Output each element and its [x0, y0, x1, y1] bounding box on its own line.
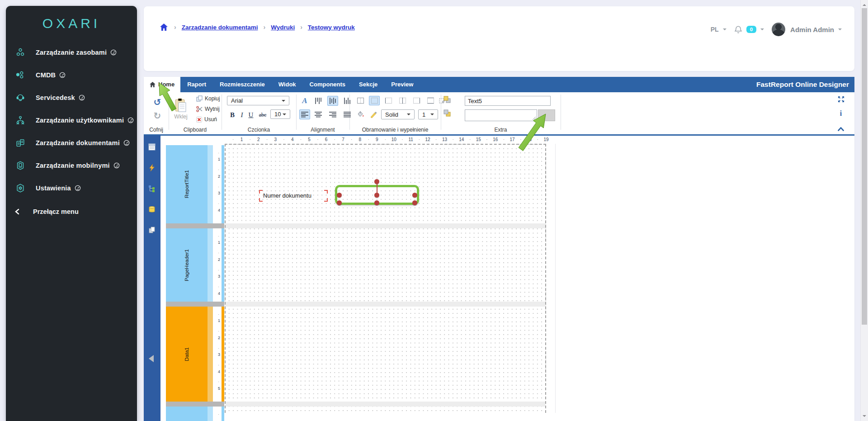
scroll-down-arrow[interactable] — [863, 415, 866, 419]
band-PageHeader1[interactable]: PageHeader1·1·2·3·4 — [166, 228, 224, 302]
tab-components[interactable]: Components — [303, 77, 352, 92]
resize-handle[interactable] — [374, 200, 379, 205]
notification-bell-icon[interactable] — [734, 25, 742, 34]
bring-to-front-button[interactable] — [443, 95, 452, 104]
align-center-button[interactable] — [313, 109, 324, 119]
report-page[interactable] — [225, 144, 546, 413]
collapse-ribbon-button[interactable] — [836, 125, 845, 133]
band-header[interactable]: Data1 — [166, 307, 208, 402]
selected-object-text5[interactable] — [335, 185, 419, 205]
strikethrough-button[interactable]: abc — [256, 109, 269, 120]
tab-sekcje[interactable]: Sekcje — [352, 77, 384, 92]
band-separator[interactable] — [166, 223, 224, 228]
valign-center-button[interactable] — [327, 96, 338, 106]
band-Data1[interactable]: Data1·1·2·3·4·5 — [166, 307, 224, 402]
border-none-button[interactable] — [369, 96, 380, 105]
sidebar-item-documents[interactable]: Zarządzanie dokumentami — [6, 132, 137, 154]
font-color-button[interactable]: A — [299, 96, 310, 106]
chevron-right-icon: › — [300, 24, 302, 31]
line-color-button[interactable] — [368, 109, 379, 119]
border-all-button[interactable] — [355, 96, 366, 105]
band-edge-strip — [222, 407, 224, 421]
cut-button[interactable]: Wytnij — [196, 106, 220, 112]
band-ReportTitle1[interactable]: ReportTitle1·1·2·3·4 — [166, 145, 224, 223]
scroll-up-arrow[interactable] — [863, 2, 866, 6]
language-selector[interactable]: PL — [711, 26, 719, 33]
home-icon[interactable] — [160, 24, 168, 31]
breadcrumb-link[interactable]: Wydruki — [271, 24, 295, 31]
border-style-select[interactable]: Solid — [381, 109, 415, 119]
breadcrumb-link[interactable]: Testowy wydruk — [308, 24, 355, 31]
tab-widok[interactable]: Widok — [272, 77, 303, 92]
sidebar-item-settings[interactable]: Ustawienia — [6, 177, 137, 199]
border-left-button[interactable] — [383, 96, 394, 105]
tab-raport[interactable]: Raport — [180, 77, 213, 92]
copy-button[interactable]: Kopiuj — [196, 95, 220, 102]
data-source-icon[interactable] — [148, 205, 156, 213]
scrollbar-thumb[interactable] — [862, 8, 867, 325]
band-ruler-tick-label: 5 — [214, 386, 220, 391]
tab-preview[interactable]: Preview — [384, 77, 420, 92]
border-width-select[interactable]: 1 — [418, 109, 438, 119]
bold-button[interactable]: B — [228, 109, 237, 120]
sidebar-item-cmdb[interactable]: CMDB — [6, 64, 137, 86]
band-header[interactable]: ReportTitle1 — [166, 145, 208, 223]
resize-handle[interactable] — [374, 193, 379, 198]
fullscreen-button[interactable] — [836, 95, 845, 103]
send-to-back-button[interactable] — [443, 109, 452, 118]
band-partial[interactable]: · — [166, 407, 224, 421]
sidebar-item-servicedesk[interactable]: Servicedesk — [6, 86, 137, 109]
band-separator[interactable] — [166, 302, 224, 307]
expression-textarea[interactable] — [465, 109, 537, 121]
band-separator[interactable] — [166, 402, 224, 407]
italic-button[interactable]: I — [238, 109, 246, 120]
breadcrumb-link[interactable]: Zarządzanie dokumentami — [182, 24, 258, 31]
band-header[interactable]: PageHeader1 — [166, 228, 208, 302]
report-properties-icon[interactable] — [148, 143, 156, 151]
avatar[interactable] — [772, 23, 785, 36]
info-button[interactable]: i — [836, 109, 845, 118]
border-right-button[interactable] — [411, 96, 422, 105]
resize-handle[interactable] — [337, 193, 342, 198]
object-name-input[interactable] — [465, 96, 551, 106]
sidebar-item-users[interactable]: Zarządzanie użytkownikami — [6, 109, 137, 132]
chevron-down-icon[interactable] — [760, 28, 764, 32]
report-tree-icon[interactable] — [148, 184, 156, 193]
pages-copy-icon[interactable] — [148, 226, 156, 234]
resize-handle[interactable] — [412, 200, 417, 205]
chevron-down-icon[interactable] — [838, 28, 842, 32]
align-justify-button[interactable] — [342, 109, 353, 119]
underline-button[interactable]: U — [247, 109, 255, 120]
border-inside-button[interactable] — [397, 96, 408, 105]
resize-handle[interactable] — [412, 193, 417, 198]
resize-handle[interactable] — [337, 200, 342, 205]
align-left-button[interactable] — [299, 109, 310, 119]
undo-button[interactable]: ↺ — [151, 97, 163, 108]
tab-home[interactable]: Home — [144, 77, 180, 92]
border-top-bottom-button[interactable] — [425, 96, 436, 105]
redo-button[interactable]: ↻ — [151, 110, 163, 121]
sidebar-item-assets[interactable]: Zarządzanie zasobami — [6, 41, 137, 64]
sidebar-toggle-menu[interactable]: Przełącz menu — [6, 200, 137, 223]
collapse-panel-arrow[interactable] — [149, 355, 154, 362]
notification-badge[interactable]: 0 — [746, 26, 756, 33]
text-object-numer-dokumentu[interactable]: Numer dokumentu — [259, 190, 328, 202]
band-header[interactable] — [166, 407, 208, 421]
tab-rozmieszczenie[interactable]: Rozmieszczenie — [213, 77, 272, 92]
fill-color-button[interactable] — [355, 109, 366, 119]
sidebar-item-mobile[interactable]: Zarządzanie mobilnymi — [6, 154, 137, 177]
ruler-half-tick: · — [334, 137, 335, 142]
user-name[interactable]: Admin Admin — [790, 26, 834, 33]
page-scrollbar[interactable] — [860, 0, 868, 421]
valign-bottom-button[interactable] — [342, 96, 353, 106]
valign-top-button[interactable] — [313, 96, 324, 106]
paste-button[interactable]: Wklej — [172, 96, 190, 122]
expression-editor-button[interactable] — [538, 109, 555, 121]
chevron-down-icon[interactable] — [723, 28, 726, 32]
rotation-handle[interactable] — [374, 179, 379, 184]
font-family-select[interactable]: Arial — [227, 96, 289, 105]
delete-button[interactable]: Usuń — [196, 116, 217, 123]
font-size-select[interactable]: 10 — [270, 109, 290, 119]
align-right-button[interactable] — [327, 109, 338, 119]
events-lightning-icon[interactable] — [148, 164, 156, 172]
